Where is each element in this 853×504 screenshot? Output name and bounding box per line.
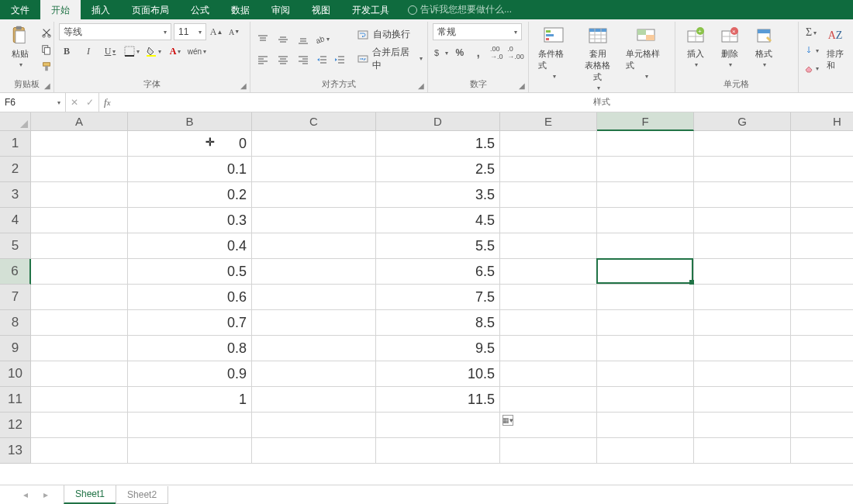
row-header-4[interactable]: 4 [0,208,31,233]
cell-C4[interactable] [252,208,376,233]
cell-G6[interactable] [694,259,791,285]
cell-B8[interactable]: 0.7 [128,310,252,336]
cell-H3[interactable] [791,182,853,208]
paste-button[interactable]: 粘贴 ▾ [5,23,36,75]
orientation-button[interactable]: ab▾ [314,32,330,47]
tab-review[interactable]: 审阅 [261,0,301,19]
alignment-launcher-icon[interactable]: ◢ [416,81,426,91]
cell-C9[interactable] [252,336,376,361]
sheet-tab-2[interactable]: Sheet2 [116,486,168,504]
cell-B9[interactable]: 0.8 [128,336,252,361]
percent-button[interactable]: % [453,45,467,60]
cell-G7[interactable] [694,285,791,310]
cell-D1[interactable]: 1.5 [376,131,500,157]
cell-G2[interactable] [694,157,791,182]
select-all-corner[interactable] [0,112,31,131]
column-header-F[interactable]: F [597,112,694,131]
cell-H11[interactable] [791,387,853,413]
formula-input[interactable] [115,93,853,112]
tab-page-layout[interactable]: 页面布局 [121,0,180,19]
autosum-button[interactable]: Σ▾ [803,25,819,40]
cell-C5[interactable] [252,233,376,259]
format-cells-button[interactable]: 格式▾ [748,23,779,75]
border-button[interactable]: ▾ [124,43,140,59]
format-as-table-button[interactable]: 套用 表格格式▾ [578,23,619,93]
autofill-options-button[interactable]: ▦▾ [502,415,513,426]
cell-B1[interactable]: 0 [128,131,252,157]
cell-A6[interactable] [31,259,128,285]
cell-H2[interactable] [791,157,853,182]
cell-H12[interactable] [791,413,853,438]
align-center-button[interactable] [275,52,291,67]
row-header-6[interactable]: 6 [0,259,31,285]
cell-G4[interactable] [694,208,791,233]
cell-E10[interactable] [500,361,597,387]
cell-F7[interactable] [597,285,694,310]
cell-H5[interactable] [791,233,853,259]
cell-D5[interactable]: 5.5 [376,233,500,259]
cell-A11[interactable] [31,387,128,413]
align-middle-button[interactable] [275,32,291,47]
cell-F2[interactable] [597,157,694,182]
font-size-select[interactable]: 11▾ [174,23,206,40]
cell-D11[interactable]: 11.5 [376,387,500,413]
cell-B3[interactable]: 0.2 [128,182,252,208]
cell-D4[interactable]: 4.5 [376,208,500,233]
decrease-font-button[interactable]: A▼ [226,24,242,40]
cell-D3[interactable]: 3.5 [376,182,500,208]
cell-G11[interactable] [694,387,791,413]
cell-F3[interactable] [597,182,694,208]
cell-C13[interactable] [252,438,376,464]
cell-G10[interactable] [694,361,791,387]
cell-C8[interactable] [252,310,376,336]
increase-font-button[interactable]: A▲ [209,24,224,40]
cell-styles-button[interactable]: 单元格样式▾ [621,23,670,93]
align-right-button[interactable] [295,52,311,67]
cell-F8[interactable] [597,310,694,336]
cell-A7[interactable] [31,285,128,310]
cell-G13[interactable] [694,438,791,464]
cell-G3[interactable] [694,182,791,208]
cell-C3[interactable] [252,182,376,208]
align-top-button[interactable] [255,32,271,47]
column-header-C[interactable]: C [252,112,376,131]
number-launcher-icon[interactable]: ◢ [517,81,527,91]
cell-E3[interactable] [500,182,597,208]
name-box[interactable]: F6▾ [0,93,66,112]
cell-E5[interactable] [500,233,597,259]
fill-button[interactable]: ▾ [803,43,819,58]
tab-insert[interactable]: 插入 [81,0,121,19]
column-header-A[interactable]: A [31,112,128,131]
decrease-decimal-button[interactable]: .0→.00 [508,45,523,60]
cell-E13[interactable] [500,438,597,464]
cell-C10[interactable] [252,361,376,387]
row-header-9[interactable]: 9 [0,336,31,361]
increase-indent-button[interactable] [332,52,347,67]
cell-D9[interactable]: 9.5 [376,336,500,361]
tab-data[interactable]: 数据 [220,0,261,19]
copy-button[interactable] [39,42,54,57]
phonetic-button[interactable]: wén▾ [189,43,205,59]
sheet-nav-next-icon[interactable]: ▸ [43,489,48,500]
cell-C7[interactable] [252,285,376,310]
cell-F6[interactable] [597,259,694,285]
cell-E12[interactable] [500,413,597,438]
cell-F10[interactable] [597,361,694,387]
sort-filter-button[interactable]: AZ 排序和 [822,23,848,78]
cell-A9[interactable] [31,336,128,361]
cell-H8[interactable] [791,310,853,336]
cell-B2[interactable]: 0.1 [128,157,252,182]
delete-cells-button[interactable]: × 删除▾ [714,23,745,75]
cell-F9[interactable] [597,336,694,361]
cell-E8[interactable] [500,310,597,336]
cell-B10[interactable]: 0.9 [128,361,252,387]
cell-H6[interactable] [791,259,853,285]
cell-H9[interactable] [791,336,853,361]
wrap-text-button[interactable]: 自动换行 [355,27,423,43]
cell-B7[interactable]: 0.6 [128,285,252,310]
cell-D2[interactable]: 2.5 [376,157,500,182]
row-header-7[interactable]: 7 [0,285,31,310]
bold-button[interactable]: B [59,43,74,59]
insert-cells-button[interactable]: + 插入▾ [680,23,711,75]
cell-D10[interactable]: 10.5 [376,361,500,387]
